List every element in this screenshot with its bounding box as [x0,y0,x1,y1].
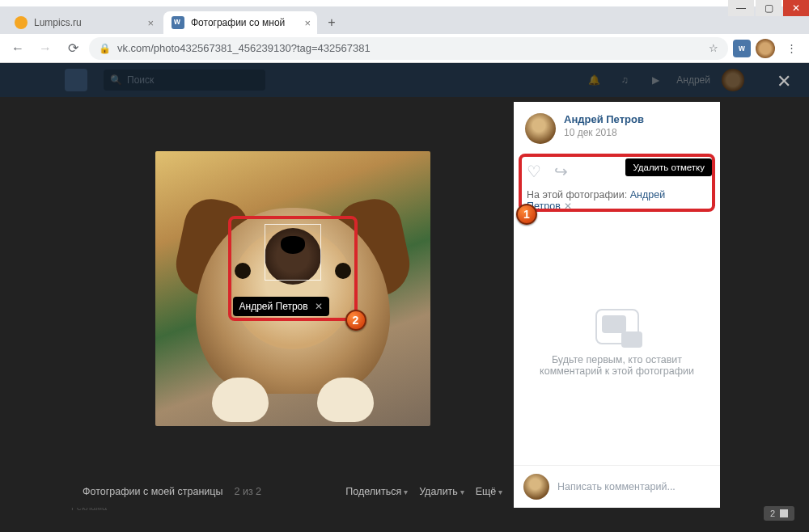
vk-header: 🔍 Поиск 🔔 ♫ ▶ Андрей [0,63,809,97]
vk-search[interactable]: 🔍 Поиск [104,70,265,91]
browser-toolbar: ← → ⟳ 🔒 vk.com/photo432567381_456239130?… [0,34,809,63]
tag-pill-label: Андрей Петров [239,301,308,312]
comments-empty: • • • Будьте первым, кто оставит коммент… [514,220,720,465]
tab-title: Lumpics.ru [34,17,82,28]
address-bar[interactable]: 🔒 vk.com/photo432567381_456239130?tag=43… [89,37,728,60]
vk-extension-icon[interactable]: w [733,40,751,57]
favicon-lumpics [15,16,28,29]
window-minimize[interactable]: — [728,0,754,16]
author-name[interactable]: Андрей Петров [564,113,644,125]
tag-pill-remove-icon[interactable]: ✕ [315,301,323,312]
tab-title: Фотографии со мной [191,17,285,28]
actions-wrap: 1 ♡ ↪ Удалить отметку На этой фотографии… [522,157,712,220]
close-tab-icon[interactable]: × [147,17,154,29]
window-maximize[interactable]: ▢ [756,0,781,16]
more-button[interactable]: Ещё [476,486,502,497]
my-avatar[interactable] [523,474,549,500]
comment-input-row: Написать комментарий... [514,465,720,508]
photo-stage: Андрей Петров ✕ 2 [71,102,514,475]
header-username[interactable]: Андрей [676,74,710,86]
tag-line: На этой фотографии: Андрей Петров✕ [522,186,712,220]
browser-menu[interactable]: ⋮ [780,42,803,54]
page-content: 🔍 Поиск 🔔 ♫ ▶ Андрей ✕ Powered Блог Рекл… [0,63,809,532]
comments-placeholder-icon: • • • [595,309,639,344]
url-text: vk.com/photo432567381_456239130?tag=4325… [117,42,371,54]
photo-counter: 2 из 2 [235,486,262,497]
share-icon[interactable]: ↪ [554,162,568,181]
comments-empty-text: Будьте первым, кто оставит комментарий к… [536,354,697,377]
vk-logo[interactable] [65,69,87,91]
back-button[interactable]: ← [6,37,29,60]
comment-input[interactable]: Написать комментарий... [557,481,676,492]
lock-icon: 🔒 [99,43,111,54]
tag-pill[interactable]: Андрей Петров ✕ [233,297,329,316]
close-tab-icon[interactable]: × [304,17,311,29]
tab-lumpics[interactable]: Lumpics.ru × [6,11,160,34]
search-placeholder: Поиск [127,74,154,86]
remove-tag-icon[interactable]: ✕ [564,201,572,212]
tab-vk-photos[interactable]: Фотографии со мной × [163,11,317,34]
side-panel: Андрей Петров 10 дек 2018 1 ♡ ↪ Удалить … [514,102,720,508]
search-icon: 🔍 [110,74,122,86]
annotation-marker-1: 1 [516,204,537,225]
like-icon[interactable]: ♡ [527,162,541,181]
post-date: 10 дек 2018 [564,127,644,138]
author-block: Андрей Петров 10 дек 2018 [514,102,720,152]
floating-badge[interactable]: 2 [764,506,794,521]
tab-strip: Lumpics.ru × Фотографии со мной × + [0,6,809,34]
music-icon[interactable]: ♫ [615,70,634,90]
photo-toolbar: Фотографии с моей страницы 2 из 2 Подели… [71,475,514,508]
header-avatar[interactable] [722,69,744,91]
floating-badge-count: 2 [770,509,775,518]
photo[interactable]: Андрей Петров ✕ 2 [155,151,430,426]
titlebar [0,0,809,6]
new-tab-button[interactable]: + [320,11,343,34]
delete-button[interactable]: Удалить [419,486,464,497]
reload-button[interactable]: ⟳ [61,37,84,60]
share-button[interactable]: Поделиться [345,486,408,497]
author-avatar[interactable] [525,113,556,144]
annotation-marker-2: 2 [345,310,366,331]
profile-avatar[interactable] [756,39,775,58]
forward-button[interactable]: → [34,37,57,60]
bell-icon[interactable]: 🔔 [584,70,604,90]
album-title[interactable]: Фотографии с моей страницы [83,486,223,497]
floating-badge-icon [780,509,788,517]
tag-line-prefix: На этой фотографии: [527,189,630,201]
close-viewer-button[interactable]: ✕ [777,71,791,92]
bookmark-star-icon[interactable]: ☆ [709,42,718,54]
photo-viewer: Андрей Петров ✕ 2 Фотографии с моей стра… [71,102,720,508]
remove-tag-tooltip: Удалить отметку [625,158,712,176]
favicon-vk [172,16,184,29]
photo-area: Андрей Петров ✕ 2 Фотографии с моей стра… [71,102,514,508]
tag-frame[interactable] [265,224,321,281]
play-icon[interactable]: ▶ [646,70,665,90]
window-close[interactable]: ✕ [783,0,809,16]
